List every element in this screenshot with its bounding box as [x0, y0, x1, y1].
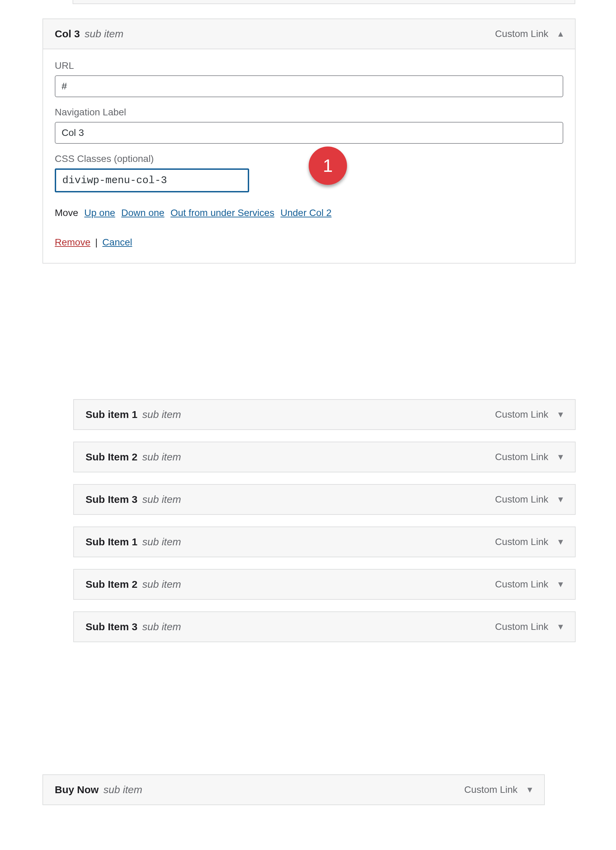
move-label: Move [55, 208, 78, 218]
menu-item-child: Sub Item 2 sub item Custom Link ▼ [73, 569, 576, 600]
menu-item-subtitle: sub item [142, 536, 181, 548]
menu-item-title: Sub Item 3 [85, 494, 138, 505]
move-controls: Move Up one Down one Out from under Serv… [55, 208, 563, 218]
menu-item-type: Custom Link [495, 494, 549, 505]
menu-item-subtitle: sub item [142, 451, 181, 463]
menu-item-header[interactable]: Sub Item 2 sub item Custom Link ▼ [74, 442, 575, 472]
chevron-down-icon[interactable]: ▼ [556, 622, 565, 632]
menu-item-header[interactable]: Sub Item 2 sub item Custom Link ▼ [74, 570, 575, 599]
menu-item-type: Custom Link [495, 621, 549, 632]
menu-item-header[interactable]: Col 3 sub item Custom Link ▲ [43, 19, 575, 49]
menu-item-title: Sub Item 2 [85, 451, 138, 463]
url-input[interactable] [55, 75, 563, 97]
css-classes-input[interactable] [55, 168, 249, 192]
menu-item-settings: URL Navigation Label CSS Classes (option… [43, 49, 575, 263]
move-down-link[interactable]: Down one [121, 208, 164, 218]
child-items: Sub item 1 sub item Custom Link ▼ Sub It… [73, 399, 576, 654]
menu-item-col-3: Col 3 sub item Custom Link ▲ URL Navigat… [42, 18, 576, 263]
menu-item-child: Sub Item 3 sub item Custom Link ▼ [73, 611, 576, 642]
menu-item-title: Col 3 [55, 28, 80, 40]
cancel-link[interactable]: Cancel [102, 237, 132, 247]
menu-item-header[interactable]: Sub Item 1 sub item Custom Link ▼ [74, 527, 575, 557]
menu-item-subtitle: sub item [142, 494, 181, 505]
menu-item-type: Custom Link [495, 28, 549, 39]
chevron-down-icon[interactable]: ▼ [556, 410, 565, 419]
chevron-down-icon[interactable]: ▼ [556, 452, 565, 462]
menu-item-title: Sub Item 1 [85, 536, 138, 548]
move-up-link[interactable]: Up one [84, 208, 115, 218]
menu-item-child: Sub Item 3 sub item Custom Link ▼ [73, 484, 576, 515]
menu-item-header[interactable]: Sub Item 3 sub item Custom Link ▼ [74, 485, 575, 514]
menu-item-child: Sub Item 1 sub item Custom Link ▼ [73, 527, 576, 557]
menu-item-type: Custom Link [495, 452, 549, 462]
chevron-down-icon[interactable]: ▼ [556, 495, 565, 504]
nav-label-input[interactable] [55, 122, 563, 144]
chevron-down-icon[interactable]: ▼ [556, 579, 565, 589]
menu-item-type: Custom Link [464, 784, 518, 795]
menu-item-type: Custom Link [495, 536, 549, 548]
field-nav-label: Navigation Label [55, 107, 563, 144]
menu-item-title: Buy Now [55, 784, 99, 796]
field-css-classes: CSS Classes (optional) 1 [55, 153, 563, 192]
menu-item-type: Custom Link [495, 579, 549, 590]
remove-link[interactable]: Remove [55, 237, 90, 247]
menu-item-title: Sub item 1 [85, 409, 138, 421]
collapsed-item-stub [73, 0, 575, 4]
menu-item-header[interactable]: Buy Now sub item Custom Link ▼ [43, 775, 544, 805]
menu-item-subtitle: sub item [85, 28, 123, 40]
annotation-badge-1: 1 [309, 147, 347, 185]
menu-item-child: Sub Item 2 sub item Custom Link ▼ [73, 441, 576, 473]
menu-item-title: Sub Item 2 [85, 579, 138, 590]
menu-item-subtitle: sub item [142, 621, 181, 633]
move-out-link[interactable]: Out from under Services [170, 208, 274, 218]
menu-item-subtitle: sub item [142, 409, 181, 421]
menu-item-title: Sub Item 3 [85, 621, 138, 633]
menu-item-child: Sub item 1 sub item Custom Link ▼ [73, 399, 576, 430]
chevron-down-icon[interactable]: ▼ [556, 537, 565, 547]
item-actions: Remove | Cancel [55, 237, 563, 248]
action-separator: | [95, 237, 100, 247]
menu-item-buy-now: Buy Now sub item Custom Link ▼ [42, 774, 545, 805]
url-label: URL [55, 60, 563, 71]
menu-item-header[interactable]: Sub item 1 sub item Custom Link ▼ [74, 400, 575, 429]
menu-item-type: Custom Link [495, 409, 549, 420]
field-url: URL [55, 60, 563, 97]
move-under-link[interactable]: Under Col 2 [280, 208, 331, 218]
menu-item-subtitle: sub item [142, 579, 181, 590]
nav-label: Navigation Label [55, 107, 563, 118]
chevron-up-icon[interactable]: ▲ [556, 29, 565, 39]
menu-item-header[interactable]: Sub Item 3 sub item Custom Link ▼ [74, 612, 575, 642]
chevron-down-icon[interactable]: ▼ [526, 785, 534, 795]
menu-item-subtitle: sub item [103, 784, 142, 796]
